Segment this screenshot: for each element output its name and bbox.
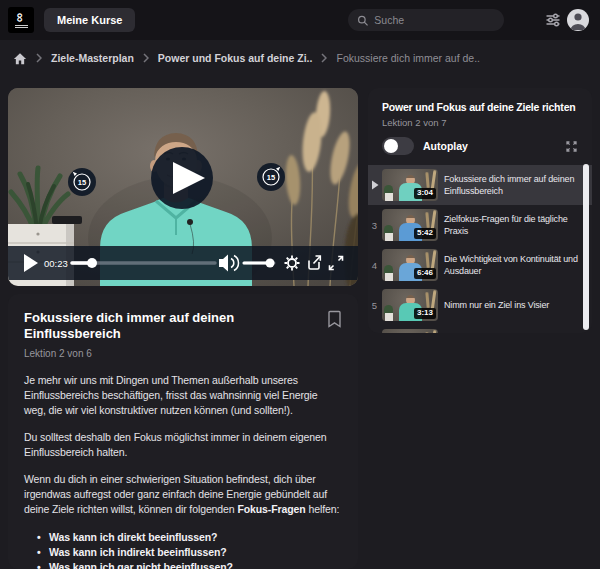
skip-back-label: 15	[78, 178, 86, 187]
video-thumbnail: 3:04	[382, 169, 438, 201]
duration-badge: 6:46	[414, 268, 436, 279]
expand-icon[interactable]	[565, 140, 578, 153]
app-logo[interactable]: ∞	[8, 7, 34, 33]
breadcrumb-module[interactable]: Power und Fokus auf deine Zi..	[158, 52, 313, 64]
search-input[interactable]	[374, 14, 495, 26]
playlist-item[interactable]: 5 3:13 Nimm nur ein Ziel ins Visier	[368, 285, 592, 325]
lesson-text: Je mehr wir uns mit Dingen und Themen au…	[24, 373, 342, 569]
home-icon[interactable]	[13, 52, 27, 65]
breadcrumb-lesson: Fokussiere dich immer auf de..	[336, 52, 480, 64]
playlist-title: Power und Fokus auf deine Ziele richten	[382, 101, 578, 113]
now-playing-icon	[368, 180, 381, 190]
breadcrumb-course[interactable]: Ziele-Masterplan	[51, 52, 134, 64]
paragraph: Je mehr wir uns mit Dingen und Themen au…	[24, 373, 342, 418]
playlist-item-title: Zielfokus-Fragen für die tägliche Praxis	[444, 213, 592, 237]
playlist-items: 3:04 Fokussiere dich immer auf deinen Ei…	[368, 165, 592, 333]
autoplay-label: Autoplay	[423, 140, 556, 152]
video-thumbnail: 5:42	[382, 209, 438, 241]
toggle-knob	[384, 139, 398, 153]
autoplay-toggle[interactable]	[382, 137, 414, 155]
video-control-bar: 00:23	[8, 246, 358, 280]
playlist-item-current[interactable]: 3:04 Fokussiere dich immer auf deinen Ei…	[368, 165, 592, 205]
playlist-item-number: 3	[368, 220, 381, 231]
person-silhouette-icon	[567, 9, 589, 31]
list-item: Was kann ich gar nicht beeinflussen?	[36, 560, 342, 569]
focus-questions-list: Was kann ich direkt beeinflussen? Was ka…	[36, 530, 342, 569]
playlist-item-title: Die Wichtigkeit von Kontinuität und Ausd…	[444, 253, 592, 277]
video-thumbnail: 6:46	[382, 249, 438, 281]
paragraph: Wenn du dich in einer schwierigen Situat…	[24, 472, 342, 517]
current-time: 00:23	[44, 258, 68, 269]
playlist-item-number: 4	[368, 260, 381, 271]
duration-badge: 3:13	[414, 308, 436, 319]
lesson-subtitle: Lektion 2 von 6	[24, 348, 342, 359]
video-scene: 15 15 00:23	[8, 88, 358, 286]
skip-back-15-button[interactable]: 15	[68, 168, 96, 196]
playlist-item-number: 5	[368, 300, 381, 311]
scrollbar-thumb[interactable]	[583, 164, 589, 330]
big-play-button[interactable]	[151, 147, 213, 209]
skip-forward-label: 15	[267, 173, 275, 182]
list-item: Was kann ich direkt beeinflussen?	[36, 530, 342, 545]
breadcrumb: Ziele-Masterplan Power und Fokus auf dei…	[0, 40, 600, 76]
list-item: Was kann ich indirekt beeinflussen?	[36, 545, 342, 560]
playlist-item-title: Nimm nur ein Ziel ins Visier	[444, 299, 592, 311]
paragraph: Du solltest deshalb den Fokus möglichst …	[24, 430, 342, 460]
top-navbar: ∞ Meine Kurse	[0, 0, 600, 40]
playlist-subtitle: Lektion 2 von 7	[382, 117, 578, 128]
search-icon	[357, 14, 368, 27]
playlist-panel: Power und Fokus auf deine Ziele richten …	[368, 88, 592, 333]
lesson-card: Fokussiere dich immer auf deinen Einflus…	[8, 294, 358, 569]
video-thumbnail: 3:13	[382, 289, 438, 321]
chevron-right-icon	[143, 53, 149, 63]
paragraph-bold-text: Fokus-Fragen	[237, 503, 305, 515]
duration-badge: 3:04	[414, 188, 436, 199]
meine-kurse-button[interactable]: Meine Kurse	[44, 8, 135, 32]
skip-forward-15-button[interactable]: 15	[257, 163, 285, 191]
chevron-right-icon	[36, 53, 42, 63]
lesson-title: Fokussiere dich immer auf deinen Einflus…	[24, 310, 327, 343]
video-thumbnail	[382, 329, 438, 333]
search-bar[interactable]	[348, 9, 504, 31]
progress-handle[interactable]	[87, 258, 97, 268]
playlist-item[interactable]: 4 6:46 Die Wichtigkeit von Kontinuität u…	[368, 245, 592, 285]
user-avatar[interactable]	[567, 9, 589, 31]
bookmark-icon[interactable]	[327, 310, 342, 328]
tune-filter-icon[interactable]	[545, 12, 561, 28]
duration-badge: 5:42	[414, 228, 436, 239]
volume-handle[interactable]	[266, 259, 275, 268]
playlist-item-title: Fokussiere dich immer auf deinen Einflus…	[444, 173, 592, 197]
chevron-right-icon	[321, 53, 327, 63]
logo-wordmark	[15, 25, 28, 29]
playlist-item-partial[interactable]	[368, 325, 592, 333]
video-player[interactable]: 15 15 00:23	[8, 88, 358, 286]
playlist-item[interactable]: 3 5:42 Zielfokus-Fragen für die tägliche…	[368, 205, 592, 245]
paragraph-text: helfen:	[306, 503, 340, 515]
infinity-logo-icon: ∞	[15, 13, 28, 22]
